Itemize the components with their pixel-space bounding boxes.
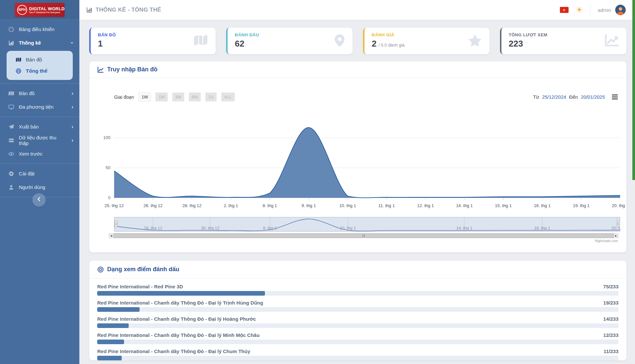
divider	[0, 117, 79, 117]
stat-value: 223	[509, 39, 523, 49]
main-content: BẢN ĐỒ 1 ĐÁNH DẤU 62 ĐÁNH GIÁ 2/ 5.0 đán…	[79, 20, 635, 364]
navigator-tick-label: 16. thg 1	[534, 226, 550, 231]
sidebar-item-settings[interactable]: Cài đặt	[0, 167, 79, 180]
chevron-right-icon: ›	[71, 137, 73, 143]
sidebar-item-label: Bản đồ	[19, 91, 35, 96]
sidebar-item-users[interactable]: Người dùng	[0, 180, 79, 194]
date-range-inputs: Từ 25/12/2024 Đến 20/01/2025	[533, 94, 618, 100]
range-1y-button[interactable]: 1A	[205, 92, 217, 101]
stat-cards-row: BẢN ĐỒ 1 ĐÁNH DẤU 62 ĐÁNH GIÁ 2/ 5.0 đán…	[89, 28, 626, 54]
range-1m-button[interactable]: 1M	[155, 92, 167, 101]
stat-suffix: / 5.0 đánh giá	[378, 43, 404, 48]
chart-icon	[86, 7, 93, 13]
sidebar-item-map[interactable]: Bản đồ ›	[0, 87, 79, 100]
app-logo[interactable]: NPH DIGITAL WORLD The IT Solutions For E…	[0, 0, 79, 20]
bullseye-icon	[97, 266, 104, 273]
chart-card-header: Truy nhập Bản đồ	[89, 61, 626, 78]
x-axis-tick-label: 11. thg 1	[378, 203, 395, 208]
sidebar-item-dashboard[interactable]: Bảng điều khiển	[0, 22, 79, 36]
sidebar-item-statistics[interactable]: Thống kê ›	[0, 36, 79, 50]
theme-sun-icon[interactable]: ☀	[576, 6, 583, 14]
sidebar-item-label: Bảng điều khiển	[19, 26, 55, 32]
y-axis-tick-label: 50	[106, 165, 110, 170]
range-selector-row: Giai đoạn 1W 1M 3M 6M 1A ALL Từ 25/12/20…	[114, 92, 618, 101]
stat-label: ĐÁNH GIÁ	[372, 32, 482, 37]
stat-card-maps: BẢN ĐỒ 1	[89, 28, 216, 54]
chevron-right-icon: ›	[71, 104, 73, 110]
chart-line-icon	[97, 66, 104, 73]
marker-view-count: 14/233	[603, 316, 618, 322]
sidebar-item-overview[interactable]: Tổng thể	[7, 65, 73, 77]
sidebar-item-label: Tổng thể	[26, 68, 47, 74]
chart-scrollbar[interactable]: ◀ ▶	[109, 233, 618, 238]
sidebar-item-label: Thống kê	[19, 40, 41, 46]
range-1w-button[interactable]: 1W	[139, 92, 151, 101]
marker-view-bar-track	[97, 323, 618, 328]
sidebar-item-publish[interactable]: Xuất bản ›	[0, 120, 79, 133]
divider	[0, 164, 79, 164]
marker-views-list: Red Pine International - Red Pine 3D75/2…	[89, 278, 626, 360]
marker-view-bar-track	[97, 291, 618, 296]
marker-view-row: Red Pine International - Red Pine 3D75/2…	[97, 284, 618, 296]
bar-chart-icon	[8, 40, 15, 46]
x-axis-tick-label: 14. thg 1	[456, 203, 473, 208]
sidebar-item-label: Xem trước	[19, 151, 43, 157]
navigator-tick-label: 10. thg 1	[340, 226, 356, 231]
x-axis-tick-label: 10. thg 1	[339, 203, 356, 208]
star-icon	[468, 34, 482, 49]
to-label: Đến	[569, 94, 578, 100]
highcharts-credit[interactable]: Highcharts.com	[595, 239, 618, 243]
gear-icon	[8, 171, 15, 177]
marker-view-row: Red Pine International - Chanh dây Thông…	[97, 316, 618, 328]
stat-card-markers: ĐÁNH DẤU 62	[226, 28, 353, 54]
navigator-tick-label: 14. thg 1	[456, 226, 472, 231]
topbar: THỐNG KÊ - TỔNG THỂ ★ ☀ admin	[79, 0, 635, 20]
stat-label: BẢN ĐỒ	[98, 32, 208, 37]
sidebar: NPH DIGITAL WORLD The IT Solutions For E…	[0, 0, 79, 364]
sidebar-item-label: Người dùng	[19, 184, 45, 190]
scroll-right-button[interactable]: ▶	[614, 233, 618, 238]
scroll-left-button[interactable]: ◀	[109, 233, 114, 238]
page-title-group: THỐNG KÊ - TỔNG THỂ	[86, 7, 161, 13]
marker-view-label: Red Pine International - Chanh dây Thông…	[97, 332, 260, 338]
marker-view-label: Red Pine International - Chanh dây Thông…	[97, 316, 256, 322]
chart-context-menu-button[interactable]	[612, 94, 618, 99]
sidebar-item-preview[interactable]: Xem trước	[0, 147, 79, 161]
x-axis-tick-label: 8. thg 1	[263, 203, 277, 208]
x-axis-tick-label: 15. thg 1	[495, 203, 512, 208]
sidebar-item-multimedia[interactable]: Đa phương tiện ›	[0, 100, 79, 114]
marker-view-bar	[97, 340, 124, 344]
x-axis-labels: 25. thg 1226. thg 1228. thg 122. thg 18.…	[114, 203, 620, 209]
map-access-chart-card: Truy nhập Bản đồ Giai đoạn 1W 1M 3M 6M 1…	[89, 61, 626, 252]
sidebar-item-collected-data[interactable]: Dữ liệu được thu thập ›	[0, 133, 79, 147]
map-icon	[8, 91, 15, 96]
range-all-button[interactable]: ALL	[221, 92, 235, 101]
marker-view-count: 12/233	[603, 332, 618, 338]
marker-view-bar	[97, 307, 140, 312]
scrollbar-track[interactable]	[114, 233, 614, 238]
scrollbar-thumb[interactable]	[114, 234, 614, 238]
to-date-input[interactable]: 20/01/2025	[581, 94, 605, 100]
range-3m-button[interactable]: 3M	[172, 92, 184, 101]
x-axis-tick-label: 9. thg 1	[302, 203, 316, 208]
chevron-down-icon: ›	[70, 42, 75, 44]
page-scrollbar-thumb[interactable]	[632, 0, 635, 180]
vietnam-flag-icon[interactable]: ★	[560, 7, 569, 13]
x-axis-tick-label: 26. thg 12	[144, 203, 163, 208]
sidebar-item-map-stats[interactable]: Bản đồ	[7, 54, 73, 65]
chart-line-icon	[605, 34, 619, 48]
stat-label: TỔNG LƯỢT XEM	[509, 32, 619, 37]
page-scrollbar[interactable]	[632, 0, 635, 364]
navigator-tick-label: 26. thg 12	[144, 226, 162, 231]
chevron-left-icon	[36, 197, 42, 203]
marker-view-row: Red Pine International - Chanh dây Thông…	[97, 300, 618, 312]
user-menu[interactable]: admin	[598, 5, 626, 15]
logo-nph-badge: NPH	[17, 5, 27, 15]
divider	[590, 4, 590, 16]
sidebar-collapse-button[interactable]	[32, 193, 46, 206]
from-date-input[interactable]: 25/12/2024	[542, 94, 566, 100]
marker-view-bar	[97, 291, 265, 296]
range-6m-button[interactable]: 6M	[189, 92, 201, 101]
avatar	[615, 5, 626, 15]
logo-badge-text: NPH	[19, 8, 26, 12]
